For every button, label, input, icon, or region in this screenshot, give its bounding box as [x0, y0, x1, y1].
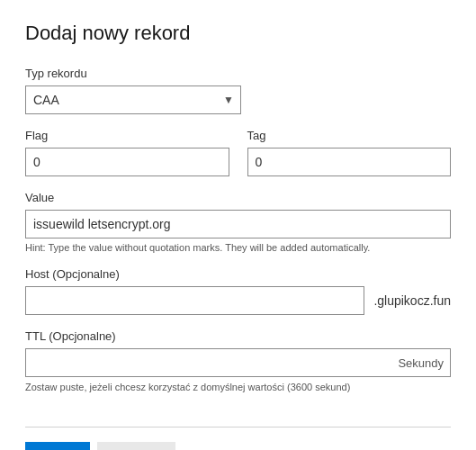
host-label: Host (Opcjonalne)	[25, 267, 451, 281]
button-row: OK Anuluj	[25, 442, 451, 450]
value-label: Value	[25, 191, 451, 204]
ttl-input-wrapper: Sekundy	[25, 348, 451, 377]
flag-input[interactable]	[25, 148, 229, 176]
record-type-label: Typ rekordu	[25, 67, 451, 80]
ttl-label: TTL (Opcjonalne)	[25, 329, 451, 343]
ok-button[interactable]: OK	[25, 442, 90, 450]
record-type-field: Typ rekordu CAA A AAAA CNAME MX TXT NS S…	[25, 67, 451, 114]
ttl-input[interactable]	[25, 348, 451, 377]
dialog-title: Dodaj nowy rekord	[25, 22, 451, 45]
value-hint: Hint: Type the value without quotation m…	[25, 242, 451, 253]
value-field: Value Hint: Type the value without quota…	[25, 191, 451, 253]
flag-label: Flag	[25, 129, 229, 142]
dialog: Dodaj nowy rekord Typ rekordu CAA A AAAA…	[0, 0, 476, 450]
flag-field: Flag	[25, 129, 229, 176]
divider	[25, 427, 451, 428]
ttl-hint: Zostaw puste, jeżeli chcesz korzystać z …	[25, 381, 451, 394]
host-input-row: .glupikocz.fun	[25, 286, 451, 315]
tag-field: Tag	[247, 129, 452, 176]
record-type-select-wrapper: CAA A AAAA CNAME MX TXT NS SRV ▼	[25, 86, 241, 114]
tag-label: Tag	[247, 129, 452, 142]
host-row-container: Host (Opcjonalne) .glupikocz.fun	[25, 267, 451, 315]
host-suffix: .glupikocz.fun	[373, 293, 451, 308]
cancel-button[interactable]: Anuluj	[97, 442, 175, 450]
record-type-select[interactable]: CAA A AAAA CNAME MX TXT NS SRV	[25, 86, 241, 114]
value-input[interactable]	[25, 210, 451, 238]
flag-tag-row: Flag Tag	[25, 129, 451, 176]
ttl-field: TTL (Opcjonalne) Sekundy Zostaw puste, j…	[25, 329, 451, 394]
tag-input[interactable]	[247, 148, 452, 176]
host-input[interactable]	[25, 286, 364, 315]
